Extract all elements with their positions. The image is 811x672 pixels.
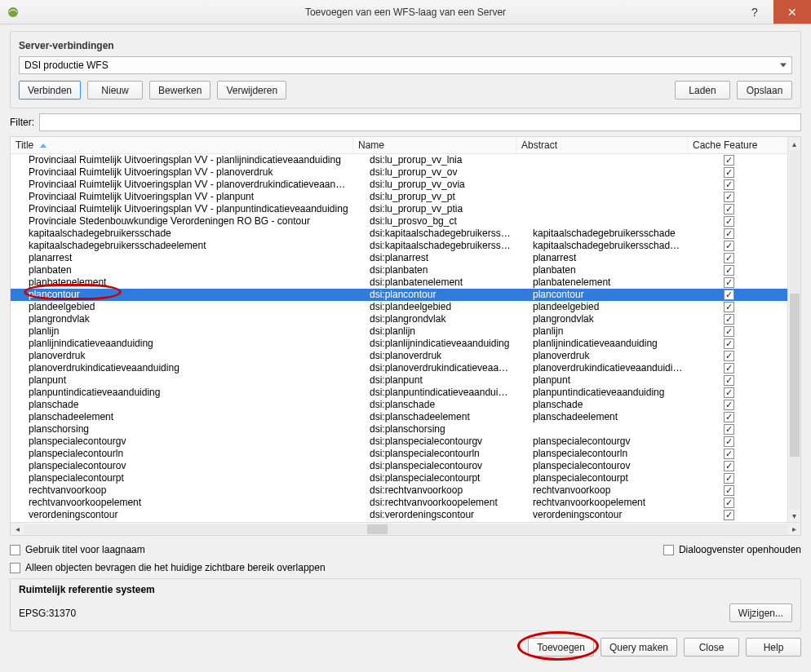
col-header-name[interactable]: Name — [353, 137, 516, 153]
help-button[interactable]: Help — [746, 638, 801, 657]
cache-checkbox[interactable] — [724, 473, 734, 484]
new-button[interactable]: Nieuw — [87, 81, 143, 99]
use-title-checkbox[interactable] — [10, 545, 20, 555]
cache-checkbox[interactable] — [724, 375, 734, 386]
table-row[interactable]: Provinciaal Ruimtelijk Uitvoeringsplan V… — [11, 179, 800, 191]
table-row[interactable]: plangrondvlakdsi:plangrondvlakplangrondv… — [11, 313, 800, 325]
row-name: dsi:lu_prosvo_bg_ct — [353, 215, 516, 228]
cache-checkbox[interactable] — [724, 167, 734, 178]
table-row[interactable]: planarrestdsi:planarrestplanarrest — [11, 252, 800, 264]
col-header-title[interactable]: Title — [11, 137, 353, 153]
load-button[interactable]: Laden — [675, 81, 730, 99]
delete-button[interactable]: Verwijderen — [217, 81, 286, 99]
change-srs-button[interactable]: Wijzigen... — [729, 603, 792, 622]
filter-input[interactable] — [39, 113, 801, 131]
table-row[interactable]: planoverdrukdsi:planoverdrukplanoverdruk — [11, 350, 800, 362]
table-row[interactable]: planpuntdsi:planpuntplanpunt — [11, 374, 800, 387]
close-dialog-button[interactable]: Close — [684, 638, 739, 657]
add-button[interactable]: Toevoegen — [528, 638, 594, 657]
edit-button[interactable]: Bewerken — [149, 81, 211, 99]
horizontal-scrollbar[interactable]: ◂ ▸ — [11, 522, 800, 535]
cache-checkbox[interactable] — [724, 449, 734, 459]
table-row[interactable]: kapitaalschadegebruikersschadeelementdsi… — [11, 240, 800, 252]
cache-checkbox[interactable] — [724, 228, 734, 239]
vertical-scrollbar[interactable]: ▴ ▾ — [787, 137, 800, 522]
table-row[interactable]: planlijndsi:planlijnplanlijn — [11, 325, 800, 338]
cache-checkbox[interactable] — [724, 461, 734, 471]
cache-checkbox[interactable] — [724, 326, 734, 337]
scroll-up-icon[interactable]: ▴ — [788, 137, 801, 150]
table-row[interactable]: Provinciaal Ruimtelijk Uitvoeringsplan V… — [11, 191, 800, 203]
row-title: Provinciaal Ruimtelijk Uitvoeringsplan V… — [11, 179, 353, 191]
cache-checkbox[interactable] — [724, 216, 734, 227]
cache-checkbox[interactable] — [724, 387, 734, 398]
row-abstract: planspecialecontourgv — [516, 435, 688, 448]
row-title: planschadeelement — [11, 411, 353, 423]
table-row[interactable]: Provinciale Stedenbouwkundige Verordenin… — [11, 215, 800, 228]
row-title: planspecialecontourpt — [11, 472, 353, 484]
cache-checkbox[interactable] — [724, 400, 734, 410]
table-row[interactable]: planspecialecontourovdsi:planspecialecon… — [11, 460, 800, 472]
table-row[interactable]: planspecialecontourptdsi:planspecialecon… — [11, 472, 800, 484]
cache-checkbox[interactable] — [724, 314, 734, 325]
close-button[interactable]: ✕ — [773, 0, 811, 24]
cache-checkbox[interactable] — [724, 412, 734, 422]
col-header-abstract[interactable]: Abstract — [516, 137, 688, 153]
table-row[interactable]: plancontourdsi:plancontourplancontour — [11, 289, 800, 301]
only-visible-extent-checkbox[interactable] — [10, 563, 20, 573]
server-select[interactable]: DSI productie WFS — [19, 56, 792, 74]
table-row[interactable]: kapitaalschadegebruikersschadedsi:kapita… — [11, 228, 800, 240]
table-row[interactable]: rechtvanvoorkoopelementdsi:rechtvanvoork… — [11, 497, 800, 509]
scroll-down-icon[interactable]: ▾ — [788, 509, 801, 522]
table-row[interactable]: planlijnindicatieveaanduidingdsi:planlij… — [11, 338, 800, 350]
table-row[interactable]: plandeelgebieddsi:plandeelgebiedplandeel… — [11, 301, 800, 313]
cache-checkbox[interactable] — [724, 290, 734, 300]
table-row[interactable]: planbatendsi:planbatenplanbaten — [11, 264, 800, 276]
cache-checkbox[interactable] — [724, 363, 734, 374]
table-row[interactable]: planschadedsi:planschadeplanschade — [11, 399, 800, 411]
cache-checkbox[interactable] — [724, 424, 734, 435]
cache-checkbox[interactable] — [724, 338, 734, 349]
cache-checkbox[interactable] — [724, 192, 734, 202]
table-row[interactable]: Provinciaal Ruimtelijk Uitvoeringsplan V… — [11, 166, 800, 179]
cache-checkbox[interactable] — [724, 436, 734, 447]
cache-checkbox[interactable] — [724, 241, 734, 251]
connect-button[interactable]: Verbinden — [19, 81, 81, 99]
titlebar-help-button[interactable]: ? — [736, 0, 773, 24]
table-row[interactable]: verordeningscontourdsi:verordeningsconto… — [11, 509, 800, 521]
scroll-right-icon[interactable]: ▸ — [787, 523, 800, 536]
cache-checkbox[interactable] — [724, 485, 734, 496]
table-row[interactable]: planpuntindicatieveaanduidingdsi:planpun… — [11, 387, 800, 399]
server-connections-group: Server-verbindingen DSI productie WFS Ve… — [10, 31, 801, 108]
cache-checkbox[interactable] — [724, 204, 734, 214]
table-row[interactable]: planoverdrukindicatieveaanduidingdsi:pla… — [11, 362, 800, 374]
cache-checkbox[interactable] — [724, 155, 734, 166]
cache-checkbox[interactable] — [724, 265, 734, 276]
row-abstract: plancontour — [516, 289, 688, 301]
table-row[interactable]: rechtvanvoorkoopdsi:rechtvanvoorkooprech… — [11, 484, 800, 497]
table-row[interactable]: planspecialecontourgvdsi:planspecialecon… — [11, 435, 800, 448]
col-header-cache[interactable]: Cache Feature — [688, 137, 769, 153]
row-name: dsi:planspecialecontourpt — [353, 472, 516, 484]
table-row[interactable]: planspecialecontourlndsi:planspecialecon… — [11, 448, 800, 460]
row-abstract: planoverdrukindicatieveaanduiding — [516, 362, 688, 374]
cache-checkbox[interactable] — [724, 351, 734, 361]
keep-dialog-open-checkbox[interactable] — [663, 545, 674, 555]
row-name: dsi:plancontour — [353, 289, 516, 301]
cache-checkbox[interactable] — [724, 302, 734, 312]
cache-checkbox[interactable] — [724, 497, 734, 508]
save-button[interactable]: Opslaan — [737, 81, 792, 99]
cache-checkbox[interactable] — [724, 253, 734, 263]
titlebar: Toevoegen van een WFS-laag van een Serve… — [0, 0, 811, 24]
table-row[interactable]: planschorsingdsi:planschorsing — [11, 423, 800, 435]
cache-checkbox[interactable] — [724, 510, 734, 520]
scroll-left-icon[interactable]: ◂ — [11, 523, 24, 536]
table-row[interactable]: Provinciaal Ruimtelijk Uitvoeringsplan V… — [11, 154, 800, 166]
cache-checkbox[interactable] — [724, 179, 734, 190]
table-row[interactable]: planbatenelementdsi:planbatenelementplan… — [11, 276, 800, 289]
table-row[interactable]: Provinciaal Ruimtelijk Uitvoeringsplan V… — [11, 203, 800, 215]
cache-checkbox[interactable] — [724, 277, 734, 288]
table-row[interactable]: planschadeelementdsi:planschadeelementpl… — [11, 411, 800, 423]
build-query-button[interactable]: Query maken — [600, 638, 677, 657]
chevron-down-icon — [780, 64, 787, 68]
